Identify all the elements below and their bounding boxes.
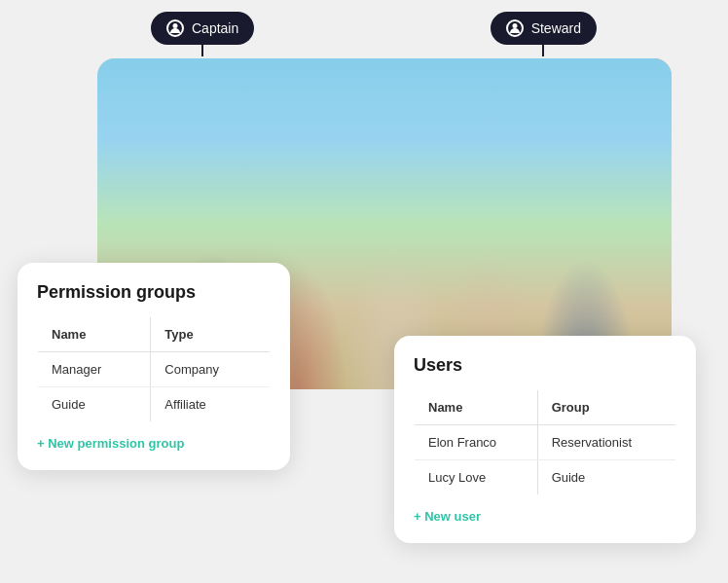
perm-type: Affiliate xyxy=(151,387,271,422)
add-permission-label: + New permission group xyxy=(37,436,184,451)
steward-badge: Steward xyxy=(491,12,597,45)
perm-name: Manager xyxy=(38,352,151,387)
steward-label: Steward xyxy=(531,20,581,36)
table-row: Elon Franco Reservationist xyxy=(415,425,676,460)
permissions-title: Permission groups xyxy=(37,282,271,303)
user-group: Guide xyxy=(537,460,675,495)
permissions-table: Name Type Manager Company Guide Affiliat… xyxy=(37,316,271,422)
steward-icon xyxy=(506,19,524,37)
users-table: Name Group Elon Franco Reservationist Lu… xyxy=(414,389,676,495)
users-card: Users Name Group Elon Franco Reservation… xyxy=(394,336,696,543)
perm-name: Guide xyxy=(38,387,151,422)
svg-point-1 xyxy=(512,23,517,28)
permissions-col-name: Name xyxy=(38,317,151,352)
user-name: Lucy Love xyxy=(415,460,538,495)
user-group: Reservationist xyxy=(537,425,675,460)
permissions-card: Permission groups Name Type Manager Comp… xyxy=(18,263,290,470)
svg-point-0 xyxy=(173,23,178,28)
captain-badge: Captain xyxy=(151,12,254,45)
user-name: Elon Franco xyxy=(415,425,538,460)
add-permission-link[interactable]: + New permission group xyxy=(37,436,271,451)
table-row: Manager Company xyxy=(38,352,271,387)
permissions-col-type: Type xyxy=(151,317,271,352)
users-title: Users xyxy=(414,355,676,376)
table-row: Lucy Love Guide xyxy=(415,460,676,495)
users-col-name: Name xyxy=(415,390,538,425)
captain-icon xyxy=(166,19,184,37)
users-col-group: Group xyxy=(537,390,675,425)
captain-label: Captain xyxy=(192,20,238,36)
table-row: Guide Affiliate xyxy=(38,387,271,422)
add-user-link[interactable]: + New user xyxy=(414,509,676,524)
add-user-label: + New user xyxy=(414,509,481,524)
perm-type: Company xyxy=(151,352,271,387)
